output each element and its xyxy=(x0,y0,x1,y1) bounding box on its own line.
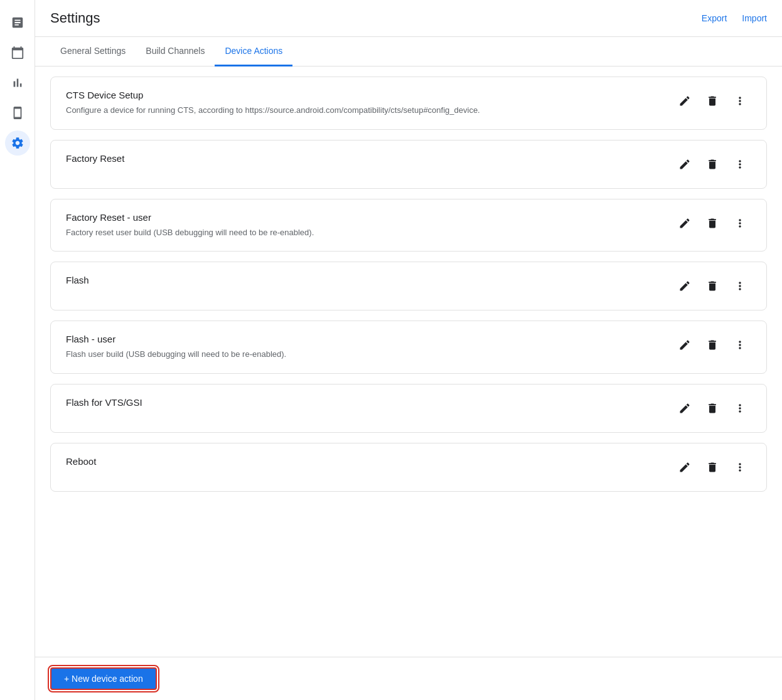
action-card-fr-content: Factory Reset xyxy=(66,153,658,167)
new-device-action-button[interactable]: + New device action xyxy=(50,667,157,690)
footer: + New device action xyxy=(35,657,782,700)
delete-button-fru[interactable] xyxy=(701,212,724,235)
action-card-fl-content: Flash xyxy=(66,275,658,289)
action-card-factory-reset-user: Factory Reset - user Factory reset user … xyxy=(50,199,767,252)
action-card-fr-buttons xyxy=(673,153,751,176)
action-card-cts-buttons xyxy=(673,90,751,112)
sidebar-item-reports[interactable] xyxy=(5,10,30,35)
sidebar xyxy=(0,0,35,700)
edit-button-fru[interactable] xyxy=(673,212,696,235)
edit-button-cts[interactable] xyxy=(673,90,696,112)
action-card-rb-title: Reboot xyxy=(66,456,658,467)
action-card-flash: Flash xyxy=(50,262,767,310)
delete-button-rb[interactable] xyxy=(701,456,724,479)
edit-button-flu[interactable] xyxy=(673,334,696,356)
delete-button-fvts[interactable] xyxy=(701,397,724,420)
more-button-fr[interactable] xyxy=(729,153,751,176)
action-card-flu-desc: Flash user build (USB debugging will nee… xyxy=(66,348,658,361)
delete-button-cts[interactable] xyxy=(701,90,724,112)
header: Settings Export Import xyxy=(35,0,782,37)
tab-build-channels[interactable]: Build Channels xyxy=(136,37,215,66)
action-card-flu-buttons xyxy=(673,334,751,356)
more-button-cts[interactable] xyxy=(729,90,751,112)
action-card-fvts-buttons xyxy=(673,397,751,420)
content-area: CTS Device Setup Configure a device for … xyxy=(35,66,782,657)
action-card-fl-title: Flash xyxy=(66,275,658,285)
more-button-flu[interactable] xyxy=(729,334,751,356)
tab-general-settings[interactable]: General Settings xyxy=(50,37,136,66)
action-card-fru-title: Factory Reset - user xyxy=(66,212,658,223)
sidebar-item-devices[interactable] xyxy=(5,100,30,125)
import-link[interactable]: Import xyxy=(742,13,767,23)
delete-button-fl[interactable] xyxy=(701,275,724,297)
delete-button-fr[interactable] xyxy=(701,153,724,176)
edit-button-fr[interactable] xyxy=(673,153,696,176)
action-card-cts-content: CTS Device Setup Configure a device for … xyxy=(66,90,658,117)
sidebar-item-settings[interactable] xyxy=(5,130,30,156)
action-card-cts-title: CTS Device Setup xyxy=(66,90,658,100)
delete-button-flu[interactable] xyxy=(701,334,724,356)
edit-button-fvts[interactable] xyxy=(673,397,696,420)
action-card-fvts-content: Flash for VTS/GSI xyxy=(66,397,658,411)
action-card-rb-buttons xyxy=(673,456,751,479)
action-card-rb-content: Reboot xyxy=(66,456,658,470)
export-link[interactable]: Export xyxy=(702,13,727,23)
action-card-fru-content: Factory Reset - user Factory reset user … xyxy=(66,212,658,239)
action-card-fr-title: Factory Reset xyxy=(66,153,658,164)
edit-button-fl[interactable] xyxy=(673,275,696,297)
tab-device-actions[interactable]: Device Actions xyxy=(215,37,292,66)
action-card-flu-title: Flash - user xyxy=(66,334,658,344)
action-card-flash-user: Flash - user Flash user build (USB debug… xyxy=(50,321,767,374)
more-button-rb[interactable] xyxy=(729,456,751,479)
action-card-fvts-title: Flash for VTS/GSI xyxy=(66,397,658,408)
tabs-bar: General Settings Build Channels Device A… xyxy=(35,37,782,66)
sidebar-item-calendar[interactable] xyxy=(5,40,30,65)
action-card-factory-reset: Factory Reset xyxy=(50,140,767,189)
more-button-fvts[interactable] xyxy=(729,397,751,420)
action-card-cts-desc: Configure a device for running CTS, acco… xyxy=(66,104,658,117)
action-card-flu-content: Flash - user Flash user build (USB debug… xyxy=(66,334,658,361)
more-button-fru[interactable] xyxy=(729,212,751,235)
action-card-fl-buttons xyxy=(673,275,751,297)
action-card-reboot: Reboot xyxy=(50,443,767,492)
action-card-cts-setup: CTS Device Setup Configure a device for … xyxy=(50,77,767,130)
main-content: Settings Export Import General Settings … xyxy=(35,0,782,700)
action-card-fru-desc: Factory reset user build (USB debugging … xyxy=(66,226,658,239)
action-card-fru-buttons xyxy=(673,212,751,235)
page-title: Settings xyxy=(50,10,100,26)
action-card-flash-vts: Flash for VTS/GSI xyxy=(50,384,767,433)
header-actions: Export Import xyxy=(702,13,767,23)
more-button-fl[interactable] xyxy=(729,275,751,297)
sidebar-item-analytics[interactable] xyxy=(5,70,30,95)
edit-button-rb[interactable] xyxy=(673,456,696,479)
